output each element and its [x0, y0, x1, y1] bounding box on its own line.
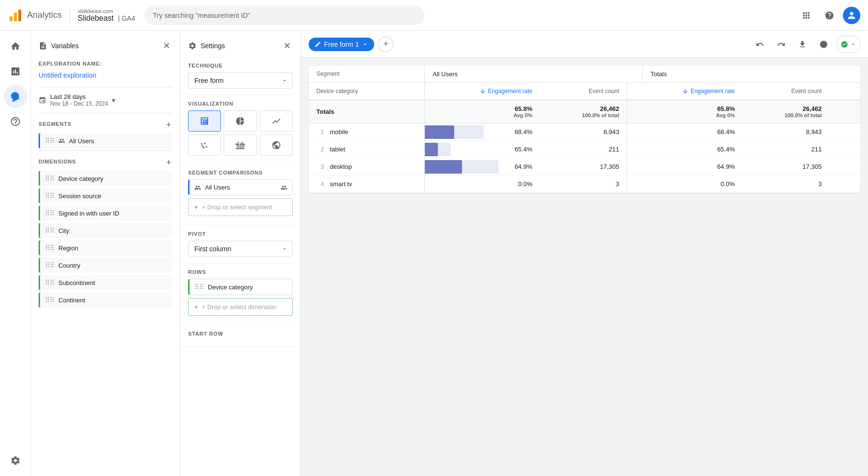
publish-button[interactable] — [836, 36, 860, 53]
table-body: 1mobile 68.4% 8,94368.4%8,9432tablet 65.… — [309, 123, 860, 193]
settings-title: Settings — [188, 41, 225, 50]
segment-icon — [58, 137, 65, 144]
cell-engagement-rate-total: 65.4% — [627, 141, 743, 158]
table-row: 4smart tv 0.0% 30.0%3 — [309, 176, 860, 193]
add-segment-button[interactable]: + — [165, 119, 172, 131]
property-domain: slidebeast.com — [78, 8, 135, 14]
nav-reports[interactable] — [4, 60, 27, 83]
share-button[interactable] — [815, 36, 832, 53]
nav-sidebar — [0, 31, 31, 476]
viz-table-button[interactable] — [188, 110, 221, 132]
divider2 — [39, 113, 172, 113]
totals-eng-rate: 65.8% Avg 0% — [424, 100, 540, 123]
segments-list: ⠿⠿ All Users — [31, 133, 180, 149]
drop-dimension-zone[interactable]: + + Drop or select dimension — [188, 298, 293, 316]
divider3 — [39, 150, 172, 151]
start-row-label: START ROW — [188, 331, 293, 337]
table-row: 1mobile 68.4% 8,94368.4%8,943 — [309, 123, 860, 141]
table-column-headers: Device category Engagement rate Event co… — [309, 83, 860, 100]
apps-icon[interactable] — [797, 6, 816, 25]
cell-engagement-rate-total: 0.0% — [627, 176, 743, 192]
totals-event-count: 26,462 100.0% of total — [540, 100, 627, 123]
cell-dimension: 1mobile — [309, 123, 424, 140]
svg-point-3 — [202, 145, 203, 147]
variables-close-button[interactable]: ✕ — [161, 39, 172, 53]
viz-pie-button[interactable] — [224, 110, 257, 132]
drag-icon: ⠿⠿ — [194, 283, 204, 291]
dimension-subcontinent[interactable]: ⠿⠿ Subcontinent — [39, 275, 172, 290]
redo-button[interactable] — [773, 36, 790, 53]
help-icon[interactable] — [820, 6, 839, 25]
cell-engagement-rate-total: 64.9% — [627, 158, 743, 175]
settings-panel-header: Settings ✕ — [180, 31, 300, 57]
drag-icon: ⠿⠿ — [45, 209, 54, 217]
th-event-count-1[interactable]: Event count — [540, 83, 627, 99]
drag-icon: ⠿⠿ — [45, 192, 54, 200]
table-row: 3desktop 64.9% 17,30564.9%17,305 — [309, 158, 860, 176]
nav-advertising[interactable] — [4, 110, 27, 133]
dimension-name: Country — [58, 262, 81, 269]
visualization-section: VISUALIZATION — [180, 95, 300, 164]
dimensions-header: DIMENSIONS + — [31, 153, 180, 171]
rows-device-category[interactable]: ⠿⠿ Device category — [188, 279, 293, 295]
svg-point-5 — [206, 146, 207, 148]
segment-all-users[interactable]: ⠿⠿ All Users — [39, 133, 172, 149]
drop-segment-zone[interactable]: + + Drop or select segment — [188, 198, 293, 216]
add-dimension-button[interactable]: + — [165, 157, 172, 169]
add-tab-button[interactable]: + — [378, 37, 393, 52]
dimension-region[interactable]: ⠿⠿ Region — [39, 240, 172, 256]
th-engagement-rate-2[interactable]: Engagement rate — [627, 83, 743, 99]
dimensions-list: ⠿⠿ Device category ⠿⠿ Session source ⠿⠿ … — [31, 171, 180, 308]
free-form-tab[interactable]: Free form 1 — [309, 38, 374, 51]
th-segment: Segment — [309, 66, 424, 82]
download-button[interactable] — [794, 36, 811, 53]
search-bar[interactable]: Try searching "measurement ID" — [145, 6, 424, 25]
undo-button[interactable] — [751, 36, 769, 53]
drop-dim-plus: + — [194, 303, 198, 311]
rows-section: ROWS ⠿⠿ Device category + + Drop or sele… — [180, 263, 300, 325]
dimension-name: Subcontinent — [58, 279, 95, 286]
segment-comparisons-section: SEGMENT COMPARISONS All Users + + Drop o… — [180, 164, 300, 225]
technique-select[interactable]: Free form — [188, 72, 293, 89]
dimensions-label: DIMENSIONS — [39, 159, 76, 164]
technique-label: TECHNIQUE — [188, 63, 293, 68]
date-range-selector[interactable]: Last 28 days Nov 18 - Dec 15, 2024 ▾ — [31, 89, 180, 111]
viz-globe-button[interactable] — [260, 135, 293, 156]
nav-settings[interactable] — [4, 449, 27, 472]
variables-panel: Variables ✕ EXPLORATION NAME: Untitled e… — [31, 31, 180, 476]
dimension-name: Continent — [58, 297, 85, 304]
viz-scatter-button[interactable] — [188, 135, 221, 156]
cell-engagement-rate: 64.9% — [424, 158, 540, 175]
pivot-select[interactable]: First column — [188, 241, 293, 257]
th-engagement-rate-1[interactable]: Engagement rate — [424, 83, 540, 99]
th-event-count-2[interactable]: Event count — [743, 83, 829, 99]
viz-bar-button[interactable] — [224, 135, 257, 156]
dropdown-icon — [850, 41, 856, 47]
viz-line-button[interactable] — [260, 110, 293, 132]
dimension-continent[interactable]: ⠿⠿ Continent — [39, 292, 172, 308]
cell-event-count-total: 3 — [743, 176, 829, 192]
cell-event-count: 17,305 — [540, 158, 627, 175]
dimension-name: Region — [58, 245, 78, 252]
exploration-name-value[interactable]: Untitled exploration — [39, 69, 172, 81]
technique-section: TECHNIQUE Free form — [180, 57, 300, 95]
app-name: Analytics — [27, 10, 62, 20]
data-table-wrapper: Segment All Users Totals Device category… — [301, 58, 868, 476]
svg-point-4 — [204, 143, 205, 144]
table-row: 2tablet 65.4% 21165.4%211 — [309, 141, 860, 158]
settings-segment-all-users[interactable]: All Users — [188, 179, 293, 195]
dimension-country[interactable]: ⠿⠿ Country — [39, 258, 172, 273]
user-avatar[interactable] — [843, 7, 860, 24]
dimension-device-category[interactable]: ⠿⠿ Device category — [39, 171, 172, 186]
variables-title: Variables — [39, 41, 79, 50]
totals-label: Totals — [309, 103, 424, 120]
settings-close-button[interactable]: ✕ — [282, 39, 293, 53]
nav-home[interactable] — [4, 35, 27, 58]
dimension-city[interactable]: ⠿⠿ City — [39, 223, 172, 238]
dimension-session-source[interactable]: ⠿⠿ Session source — [39, 188, 172, 204]
nav-explore[interactable] — [4, 85, 27, 108]
svg-rect-2 — [18, 10, 21, 21]
cell-engagement-rate: 65.4% — [424, 141, 540, 158]
cell-event-count-total: 8,943 — [743, 123, 829, 140]
dimension-signed-in-user-id[interactable]: ⠿⠿ Signed in with user ID — [39, 205, 172, 221]
